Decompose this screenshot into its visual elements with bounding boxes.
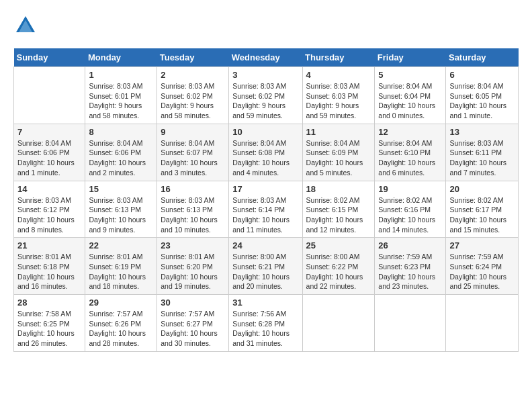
day-info: Sunrise: 8:04 AMSunset: 6:06 PMDaylight:… [17,138,81,178]
day-info: Sunrise: 8:00 AMSunset: 6:22 PMDaylight:… [306,252,371,291]
day-info: Sunrise: 8:02 AMSunset: 6:17 PMDaylight:… [449,195,515,235]
day-info: Sunrise: 7:58 AMSunset: 6:25 PMDaylight:… [17,309,81,349]
day-header-tuesday: Tuesday [157,48,229,67]
day-number: 17 [232,184,298,194]
calendar-cell: 8Sunrise: 8:04 AMSunset: 6:06 PMDaylight… [85,124,157,181]
day-info: Sunrise: 8:03 AMSunset: 6:13 PMDaylight:… [89,195,153,235]
calendar-cell: 15Sunrise: 8:03 AMSunset: 6:13 PMDayligh… [85,181,157,238]
calendar-cell [14,67,85,124]
day-number: 22 [89,240,153,250]
day-info: Sunrise: 8:01 AMSunset: 6:18 PMDaylight:… [17,252,81,291]
day-number: 4 [306,70,371,80]
calendar-cell: 10Sunrise: 8:04 AMSunset: 6:08 PMDayligh… [229,124,302,181]
day-info: Sunrise: 8:03 AMSunset: 6:12 PMDaylight:… [17,195,81,235]
calendar-cell: 3Sunrise: 8:03 AMSunset: 6:02 PMDaylight… [229,67,302,124]
day-info: Sunrise: 8:04 AMSunset: 6:05 PMDaylight:… [449,81,515,121]
day-number: 21 [17,240,81,250]
day-number: 10 [232,127,298,137]
day-header-thursday: Thursday [302,48,375,67]
day-info: Sunrise: 8:03 AMSunset: 6:03 PMDaylight:… [306,81,371,121]
day-info: Sunrise: 8:03 AMSunset: 6:14 PMDaylight:… [232,195,298,235]
calendar-week-row: 21Sunrise: 8:01 AMSunset: 6:18 PMDayligh… [14,238,519,295]
day-info: Sunrise: 8:04 AMSunset: 6:10 PMDaylight:… [378,138,442,178]
day-header-saturday: Saturday [446,48,519,67]
day-info: Sunrise: 8:02 AMSunset: 6:16 PMDaylight:… [378,195,442,235]
day-number: 26 [378,240,442,250]
day-number: 9 [161,127,225,137]
day-info: Sunrise: 7:59 AMSunset: 6:24 PMDaylight:… [449,252,515,291]
calendar-cell: 14Sunrise: 8:03 AMSunset: 6:12 PMDayligh… [14,181,85,238]
calendar-cell: 6Sunrise: 8:04 AMSunset: 6:05 PMDaylight… [446,67,519,124]
calendar-cell: 22Sunrise: 8:01 AMSunset: 6:19 PMDayligh… [85,238,157,295]
day-header-sunday: Sunday [14,48,85,67]
calendar-table: SundayMondayTuesdayWednesdayThursdayFrid… [13,48,519,352]
day-number: 2 [161,70,225,80]
calendar-cell: 12Sunrise: 8:04 AMSunset: 6:10 PMDayligh… [375,124,446,181]
day-info: Sunrise: 8:01 AMSunset: 6:20 PMDaylight:… [161,252,225,291]
calendar-cell: 30Sunrise: 7:57 AMSunset: 6:27 PMDayligh… [157,295,229,352]
day-info: Sunrise: 7:56 AMSunset: 6:28 PMDaylight:… [232,309,298,349]
calendar-cell: 29Sunrise: 7:57 AMSunset: 6:26 PMDayligh… [85,295,157,352]
day-number: 3 [232,70,298,80]
calendar-header-row: SundayMondayTuesdayWednesdayThursdayFrid… [14,48,519,67]
day-number: 24 [232,240,298,250]
day-info: Sunrise: 8:04 AMSunset: 6:09 PMDaylight:… [306,138,371,178]
calendar-cell: 11Sunrise: 8:04 AMSunset: 6:09 PMDayligh… [302,124,375,181]
day-header-wednesday: Wednesday [229,48,302,67]
day-info: Sunrise: 8:02 AMSunset: 6:15 PMDaylight:… [306,195,371,235]
day-number: 27 [449,240,515,250]
day-number: 1 [89,70,153,80]
day-info: Sunrise: 7:57 AMSunset: 6:26 PMDaylight:… [89,309,153,349]
calendar-week-row: 1Sunrise: 8:03 AMSunset: 6:01 PMDaylight… [14,67,519,124]
calendar-cell: 17Sunrise: 8:03 AMSunset: 6:14 PMDayligh… [229,181,302,238]
day-header-monday: Monday [85,48,157,67]
calendar-week-row: 28Sunrise: 7:58 AMSunset: 6:25 PMDayligh… [14,295,519,352]
calendar-cell: 16Sunrise: 8:03 AMSunset: 6:13 PMDayligh… [157,181,229,238]
day-number: 20 [449,184,515,194]
day-number: 28 [17,298,81,308]
logo [13,13,40,38]
day-info: Sunrise: 7:57 AMSunset: 6:27 PMDaylight:… [161,309,225,349]
day-number: 12 [378,127,442,137]
day-info: Sunrise: 8:04 AMSunset: 6:04 PMDaylight:… [378,81,442,121]
calendar-cell: 9Sunrise: 8:04 AMSunset: 6:07 PMDaylight… [157,124,229,181]
day-number: 30 [161,298,225,308]
day-number: 6 [449,70,515,80]
calendar-cell: 25Sunrise: 8:00 AMSunset: 6:22 PMDayligh… [302,238,375,295]
day-info: Sunrise: 8:03 AMSunset: 6:01 PMDaylight:… [89,81,153,121]
calendar-week-row: 14Sunrise: 8:03 AMSunset: 6:12 PMDayligh… [14,181,519,238]
calendar-cell: 28Sunrise: 7:58 AMSunset: 6:25 PMDayligh… [14,295,85,352]
day-info: Sunrise: 7:59 AMSunset: 6:23 PMDaylight:… [378,252,442,291]
day-info: Sunrise: 8:03 AMSunset: 6:11 PMDaylight:… [449,138,515,178]
day-number: 7 [17,127,81,137]
calendar-cell: 27Sunrise: 7:59 AMSunset: 6:24 PMDayligh… [446,238,519,295]
calendar-cell: 21Sunrise: 8:01 AMSunset: 6:18 PMDayligh… [14,238,85,295]
calendar-week-row: 7Sunrise: 8:04 AMSunset: 6:06 PMDaylight… [14,124,519,181]
calendar-cell [375,295,446,352]
calendar-cell: 4Sunrise: 8:03 AMSunset: 6:03 PMDaylight… [302,67,375,124]
day-number: 25 [306,240,371,250]
day-number: 29 [89,298,153,308]
calendar-cell: 13Sunrise: 8:03 AMSunset: 6:11 PMDayligh… [446,124,519,181]
calendar-cell: 23Sunrise: 8:01 AMSunset: 6:20 PMDayligh… [157,238,229,295]
calendar-cell [302,295,375,352]
day-number: 11 [306,127,371,137]
calendar-cell: 24Sunrise: 8:00 AMSunset: 6:21 PMDayligh… [229,238,302,295]
day-info: Sunrise: 8:04 AMSunset: 6:06 PMDaylight:… [89,138,153,178]
day-header-friday: Friday [375,48,446,67]
day-info: Sunrise: 8:03 AMSunset: 6:02 PMDaylight:… [161,81,225,121]
day-info: Sunrise: 8:03 AMSunset: 6:13 PMDaylight:… [161,195,225,235]
day-number: 31 [232,298,298,308]
calendar-cell: 20Sunrise: 8:02 AMSunset: 6:17 PMDayligh… [446,181,519,238]
day-number: 13 [449,127,515,137]
day-info: Sunrise: 8:00 AMSunset: 6:21 PMDaylight:… [232,252,298,291]
calendar-cell: 26Sunrise: 7:59 AMSunset: 6:23 PMDayligh… [375,238,446,295]
calendar-cell: 1Sunrise: 8:03 AMSunset: 6:01 PMDaylight… [85,67,157,124]
calendar-cell: 19Sunrise: 8:02 AMSunset: 6:16 PMDayligh… [375,181,446,238]
day-number: 16 [161,184,225,194]
calendar-cell [446,295,519,352]
day-number: 15 [89,184,153,194]
calendar-cell: 18Sunrise: 8:02 AMSunset: 6:15 PMDayligh… [302,181,375,238]
calendar-cell: 7Sunrise: 8:04 AMSunset: 6:06 PMDaylight… [14,124,85,181]
day-info: Sunrise: 8:01 AMSunset: 6:19 PMDaylight:… [89,252,153,291]
